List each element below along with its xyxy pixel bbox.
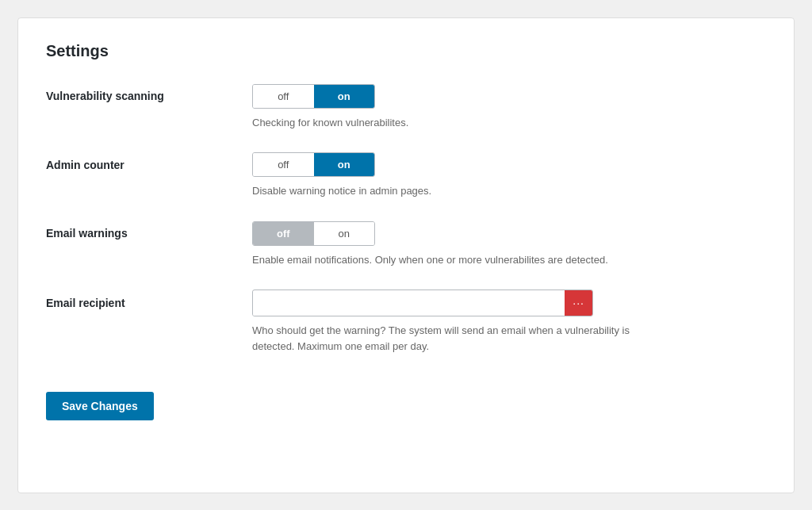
email-recipient-action-btn[interactable]: ··· — [565, 290, 592, 316]
dots-icon: ··· — [573, 297, 584, 309]
admin-counter-toggle[interactable]: off on — [252, 152, 375, 177]
vulnerability-scanning-inner: Vulnerability scanning off on — [46, 84, 766, 109]
save-changes-button[interactable]: Save Changes — [46, 392, 154, 420]
email-recipient-row: Email recipient ··· Who should get the w… — [46, 290, 766, 354]
admin-counter-label: Admin counter — [46, 159, 252, 171]
vulnerability-scanning-toggle[interactable]: off on — [252, 84, 375, 109]
settings-card: Settings Vulnerability scanning off on C… — [17, 17, 795, 493]
vulnerability-scanning-description: Checking for known vulnerabilites. — [252, 115, 766, 131]
email-recipient-inner: Email recipient ··· — [46, 290, 766, 316]
vulnerability-scanning-label: Vulnerability scanning — [46, 90, 252, 102]
email-recipient-input[interactable] — [253, 291, 565, 316]
email-recipient-input-wrapper: ··· — [252, 290, 593, 316]
email-warnings-toggle[interactable]: off on — [252, 221, 375, 246]
email-warnings-description: Enable email notifications. Only when on… — [252, 252, 766, 268]
admin-counter-row: Admin counter off on Disable warning not… — [46, 152, 766, 199]
email-warnings-inner: Email warnings off on — [46, 221, 766, 246]
email-recipient-label: Email recipient — [46, 297, 252, 309]
admin-counter-description: Disable warning notice in admin pages. — [252, 183, 766, 199]
vulnerability-scanning-off-btn[interactable]: off — [253, 85, 314, 108]
email-warnings-off-btn[interactable]: off — [253, 222, 314, 245]
admin-counter-on-btn[interactable]: on — [314, 153, 375, 176]
admin-counter-inner: Admin counter off on — [46, 152, 766, 177]
email-recipient-description: Who should get the warning? The system w… — [252, 323, 766, 354]
email-warnings-row: Email warnings off on Enable email notif… — [46, 221, 766, 268]
email-warnings-on-btn[interactable]: on — [314, 222, 375, 245]
email-warnings-label: Email warnings — [46, 227, 252, 240]
vulnerability-scanning-row: Vulnerability scanning off on Checking f… — [46, 84, 766, 131]
admin-counter-off-btn[interactable]: off — [253, 153, 314, 176]
page-title: Settings — [46, 42, 766, 60]
vulnerability-scanning-on-btn[interactable]: on — [314, 85, 375, 108]
